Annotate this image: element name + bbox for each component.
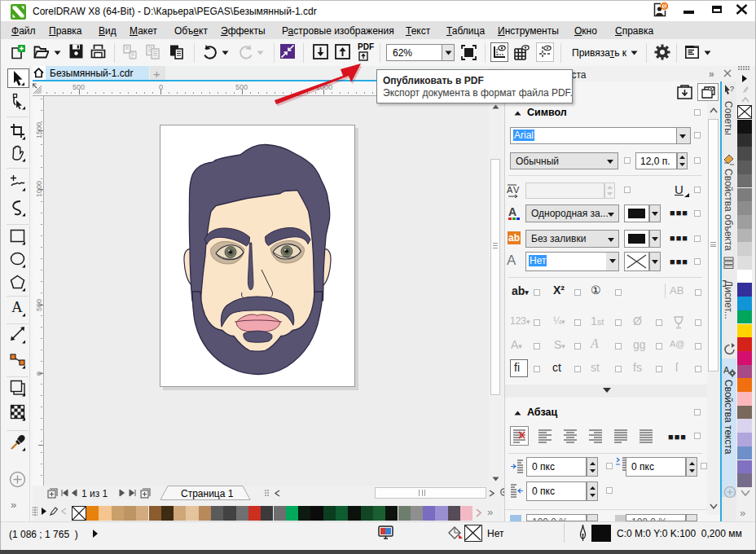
- svg-text:A: A: [507, 185, 513, 195]
- svg-text:А: А: [508, 205, 516, 218]
- svg-text:A: A: [11, 299, 23, 315]
- svg-text:?: ?: [730, 85, 734, 93]
- svg-text:V: V: [513, 185, 520, 195]
- svg-text:0: 0: [663, 3, 666, 9]
